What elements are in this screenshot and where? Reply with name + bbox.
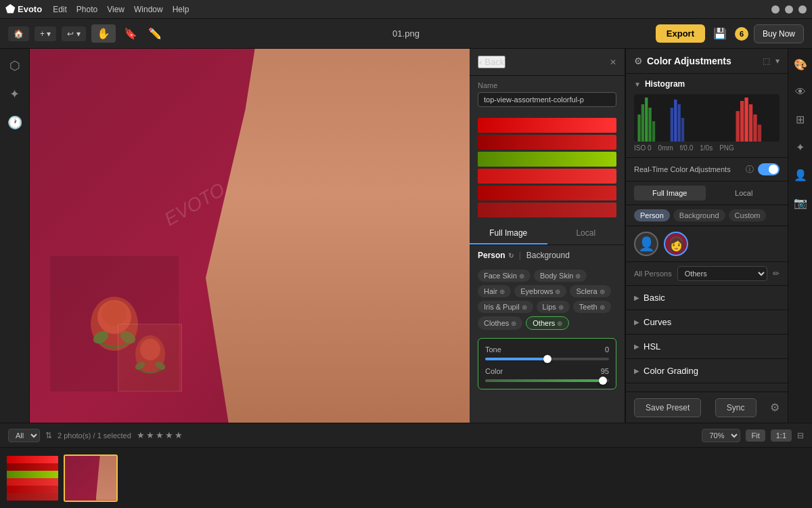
layers-icon[interactable]: ⬡ <box>5 54 24 77</box>
all-select[interactable]: All <box>8 429 40 442</box>
star-4[interactable]: ★ <box>165 430 173 440</box>
zoom-select[interactable]: 70% <box>702 429 740 442</box>
fit-button[interactable]: Fit <box>746 429 765 442</box>
exif-format: PNG <box>719 144 734 152</box>
right-tab-local[interactable]: Local <box>708 186 780 200</box>
star-5[interactable]: ★ <box>175 430 183 440</box>
main-image: EVOTO <box>30 49 470 423</box>
chevron-icon[interactable]: ▾ <box>775 56 780 66</box>
tag-face-skin[interactable]: Face Skin ⊕ <box>478 270 531 282</box>
star-2[interactable]: ★ <box>146 430 154 440</box>
sync-button[interactable]: Sync <box>715 398 757 417</box>
rt-toggle[interactable] <box>758 163 780 175</box>
info-icon[interactable]: ⓘ <box>746 164 754 175</box>
expand-icon[interactable]: ⬚ <box>763 56 770 66</box>
star-1[interactable]: ★ <box>137 430 145 440</box>
tag-sclera[interactable]: Sclera ⊕ <box>570 285 610 297</box>
persons-select[interactable]: Others <box>677 266 767 281</box>
save-preset-button[interactable]: Save Preset <box>634 398 701 417</box>
add-button[interactable]: + ▾ <box>35 26 56 41</box>
minimize-button[interactable] <box>771 5 780 14</box>
tag-clothes[interactable]: Clothes ⊕ <box>478 316 522 330</box>
canvas-area[interactable]: EVOTO <box>30 49 470 423</box>
filter-tag-person[interactable]: Person <box>634 209 670 221</box>
tag-teeth[interactable]: Teeth ⊕ <box>573 301 611 313</box>
filter-tag-background[interactable]: Background <box>673 209 725 221</box>
layout-icon[interactable]: ⊟ <box>797 431 804 440</box>
effects-icon[interactable]: ✦ <box>5 83 24 106</box>
swatches-container <box>470 112 625 223</box>
buy-now-button[interactable]: Buy Now <box>754 24 804 43</box>
sparkle-icon[interactable]: ✦ <box>792 137 809 158</box>
camera-icon[interactable]: 📷 <box>790 192 811 213</box>
exif-f: f/0.0 <box>680 144 693 152</box>
right-tab-full-image[interactable]: Full Image <box>634 186 706 200</box>
filmstrip-thumb-1[interactable] <box>5 454 60 502</box>
tag-hair[interactable]: Hair ⊕ <box>478 285 511 297</box>
svg-rect-15 <box>674 100 677 142</box>
toolbar: 🏠 + ▾ ↩ ▾ ✋ 🔖 ✏️ 01.png Export 💾 6 Buy N… <box>0 19 812 49</box>
photos-count: 2 photo(s) / 1 selected <box>58 431 131 440</box>
one-to-one-button[interactable]: 1:1 <box>771 429 792 442</box>
star-rating: ★ ★ ★ ★ ★ <box>137 430 183 440</box>
svg-rect-18 <box>736 111 740 142</box>
menu-photo[interactable]: Photo <box>76 5 97 14</box>
tab-full-image[interactable]: Full Image <box>470 223 547 245</box>
tone-track[interactable] <box>485 358 609 360</box>
home-button[interactable]: 🏠 <box>8 26 29 41</box>
eye-icon[interactable]: 👁 <box>791 82 810 102</box>
stamp-tool-icon[interactable]: 🔖 <box>121 24 140 43</box>
all-persons-label: All Persons <box>634 270 672 278</box>
history-icon[interactable]: 🕐 <box>3 111 26 134</box>
menu-edit[interactable]: Edit <box>53 5 67 14</box>
tag-others[interactable]: Others ⊕ <box>526 316 569 330</box>
settings-icon[interactable]: ⚙ <box>770 401 780 414</box>
tag-eyebrows[interactable]: Eyebrows ⊕ <box>514 285 566 297</box>
close-panel-button[interactable]: ✕ <box>610 58 616 67</box>
window-controls <box>771 5 807 14</box>
histogram-header[interactable]: ▼ Histogram <box>634 79 780 89</box>
hsl-section-header[interactable]: ▶ HSL <box>626 335 788 358</box>
filmstrip-thumb-2[interactable] <box>64 454 118 502</box>
curves-section-header[interactable]: ▶ Curves <box>626 310 788 334</box>
save-icon[interactable]: 💾 <box>710 24 729 43</box>
tab-person[interactable]: Person ↻ <box>478 251 514 260</box>
hsl-arrow-icon: ▶ <box>634 343 639 350</box>
menu-window[interactable]: Window <box>134 5 163 14</box>
menu-help[interactable]: Help <box>173 5 189 14</box>
name-input[interactable] <box>478 92 616 107</box>
color-track[interactable] <box>485 379 609 382</box>
swatch-3 <box>478 152 616 167</box>
exif-row: ISO 0 0mm f/0.0 1/0s PNG <box>634 144 780 152</box>
close-button[interactable] <box>798 5 807 14</box>
star-3[interactable]: ★ <box>156 430 164 440</box>
filter-tag-custom[interactable]: Custom <box>729 209 767 221</box>
menu-items: Edit Photo View Window Help <box>53 5 189 14</box>
tab-local[interactable]: Local <box>547 223 625 245</box>
tag-iris-pupil[interactable]: Iris & Pupil ⊕ <box>478 301 533 313</box>
person-icon[interactable]: 👤 <box>790 165 811 186</box>
avatar-person-icon[interactable]: 👤 <box>634 232 658 256</box>
notification-badge: 6 <box>735 27 748 41</box>
avatars-row: 👤 👩 <box>626 226 788 262</box>
undo-button[interactable]: ↩ ▾ <box>62 26 85 41</box>
back-button[interactable]: ‹ Back <box>478 56 505 68</box>
avatar-person-photo[interactable]: 👩 <box>664 232 688 256</box>
menu-view[interactable]: View <box>107 5 125 14</box>
sort-icon[interactable]: ⇅ <box>45 431 52 440</box>
grid-icon[interactable]: ⊞ <box>792 109 809 130</box>
basic-section-header[interactable]: ▶ Basic <box>626 286 788 310</box>
brush-tool-icon[interactable]: ✏️ <box>145 24 164 43</box>
tab-background[interactable]: Background <box>526 251 570 260</box>
tag-body-skin[interactable]: Body Skin ⊕ <box>534 270 587 282</box>
hand-tool-icon[interactable]: ✋ <box>91 24 116 43</box>
curves-section: ▶ Curves <box>626 310 788 335</box>
tag-lips[interactable]: Lips ⊕ <box>537 301 570 313</box>
paint-icon[interactable]: 🎨 <box>790 54 811 75</box>
edit-persons-icon[interactable]: ✏ <box>773 269 780 278</box>
export-button[interactable]: Export <box>656 24 705 43</box>
histogram-section: ▼ Histogram <box>626 74 788 158</box>
exif-mm: 0mm <box>658 144 673 152</box>
maximize-button[interactable] <box>785 5 793 14</box>
color-grading-section-header[interactable]: ▶ Color Grading <box>626 359 788 383</box>
